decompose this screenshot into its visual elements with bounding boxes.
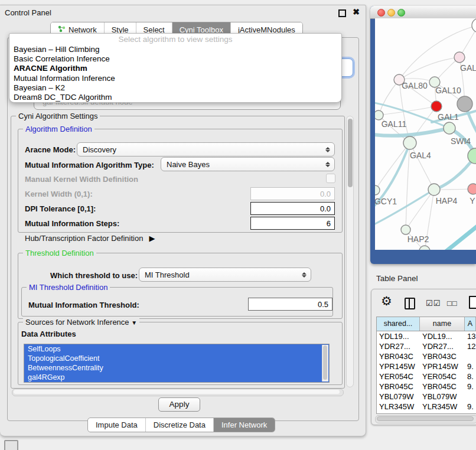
columns-icon[interactable]: [405, 298, 415, 309]
attribute-item[interactable]: BetweennessCentrality: [24, 363, 329, 373]
table-cell: YPR145W: [420, 361, 465, 371]
kernel-width-field[interactable]: 0.0: [250, 187, 335, 200]
hub-definition-toggle[interactable]: Hub/Transcription Factor Definition ▶: [25, 234, 155, 243]
column-header[interactable]: A: [465, 317, 476, 331]
table-row[interactable]: YBR045CYBR045C9.: [377, 381, 476, 392]
attributes-scrollbar[interactable]: [322, 345, 328, 381]
unchecked-boxes-icon[interactable]: □□: [447, 299, 458, 308]
network-node-gal4[interactable]: [403, 136, 416, 149]
table-cell: 9.: [465, 361, 476, 371]
zoom-traffic-light[interactable]: [397, 9, 405, 17]
network-node-gal11[interactable]: [375, 110, 383, 120]
algorithm-option[interactable]: Bayesian – K2: [9, 83, 341, 93]
settings-vertical-scrollbar[interactable]: [346, 116, 354, 387]
cyni-bottom-tabbar: Impute DataDiscretize DataInfer Network: [87, 418, 275, 432]
network-window-titlebar: [370, 6, 476, 19]
attributes-scrollbar-thumb[interactable]: [323, 345, 327, 380]
network-node-gal[interactable]: [454, 52, 465, 63]
network-node[interactable]: [468, 148, 476, 164]
algorithm-option[interactable]: ARACNE Algorithm: [9, 64, 341, 73]
network-node-hap2[interactable]: [401, 225, 410, 234]
data-attributes-label: Data Attributes: [21, 330, 76, 338]
algorithm-option[interactable]: Dream8 DC_TDC Algorithm: [9, 93, 341, 102]
threshold-definition-title: Threshold Definition: [23, 249, 96, 257]
table-row[interactable]: YDR27...YDR27...12: [377, 341, 476, 351]
network-node-swi4[interactable]: [444, 122, 455, 134]
network-canvas[interactable]: GALGAL80GAL10GAL1GAL11SWI4GAL4GCY1HAP4YH…: [375, 18, 476, 250]
algorithm-dropdown-popup: Select algorithm to view settings Bayesi…: [9, 33, 342, 103]
screen: Control Panel ✖ NetworkStyleSelectCyni T…: [0, 0, 476, 450]
apply-button[interactable]: Apply: [158, 397, 200, 412]
attribute-item[interactable]: TopologicalCoefficient: [24, 354, 329, 363]
network-node[interactable]: [419, 246, 430, 250]
minimize-traffic-light[interactable]: [387, 9, 395, 17]
attribute-item[interactable]: gal4RGexp: [24, 373, 329, 382]
mi-steps-label: Mutual Information Steps:: [25, 219, 119, 228]
settings-horizontal-scrollbar-thumb[interactable]: [14, 390, 340, 394]
algorithm-option[interactable]: Bayesian – Hill Climbing: [9, 45, 341, 54]
mi-threshold-field[interactable]: 0.5: [248, 298, 332, 311]
manual-kernel-checkbox[interactable]: [326, 174, 335, 183]
node-table: shared...nameA YDL19...YDL19...13YDR27..…: [376, 317, 476, 414]
bottom-tab-impute-data[interactable]: Impute Data: [88, 418, 145, 432]
node-label: GAL80: [402, 81, 428, 90]
column-header[interactable]: name: [420, 317, 465, 331]
table-row[interactable]: YLR345WYLR345W9.: [377, 402, 476, 412]
table-cell: YBL079W: [377, 392, 420, 402]
bottom-tab-infer-network[interactable]: Infer Network: [213, 418, 275, 432]
table-row[interactable]: YPR145WYPR145W9.: [377, 361, 476, 371]
table-cell: YDL19...: [377, 331, 420, 341]
network-node-gal1[interactable]: [431, 101, 442, 112]
algorithm-option[interactable]: Basic Correlation Inference: [9, 54, 341, 64]
table-cell: 8.: [465, 371, 476, 381]
table-cell: YLR345W: [420, 402, 465, 412]
collapsed-panel-icon[interactable]: [4, 440, 18, 450]
close-traffic-light[interactable]: [377, 9, 385, 17]
table-row[interactable]: YBL079WYBL079W: [377, 392, 476, 402]
attribute-item[interactable]: SelfLoops: [24, 344, 329, 354]
gear-icon[interactable]: ⚙: [381, 294, 392, 308]
close-icon[interactable]: ✖: [353, 7, 360, 17]
algorithm-option[interactable]: Mutual Information Inference: [9, 74, 341, 83]
table-panel-title: Table Panel: [376, 274, 418, 283]
checked-boxes-icon[interactable]: ☑☑: [426, 299, 441, 308]
network-node[interactable]: [457, 96, 472, 112]
table-horizontal-scrollbar-thumb[interactable]: [377, 416, 474, 421]
node-label: GAL1: [438, 112, 459, 122]
hub-definition-label: Hub/Transcription Factor Definition: [25, 234, 143, 243]
mi-type-combo[interactable]: Naive Bayes: [161, 157, 335, 171]
algorithm-dropdown-list: Bayesian – Hill ClimbingBasic Correlatio…: [9, 45, 341, 102]
table-horizontal-scrollbar[interactable]: [375, 415, 476, 423]
table-row[interactable]: YIL053CYIL053C9: [377, 412, 476, 414]
dpi-tolerance-field[interactable]: 0.0: [250, 202, 335, 215]
which-threshold-combo[interactable]: MI Threshold: [139, 268, 311, 282]
aracne-mode-combo[interactable]: Discovery: [77, 142, 335, 156]
stepper-arrows-icon: [325, 162, 330, 167]
table-row[interactable]: YDL19...YDL19...13: [377, 331, 476, 341]
mi-steps-field[interactable]: 6: [250, 217, 335, 230]
settings-vertical-scrollbar-thumb[interactable]: [348, 119, 353, 187]
network-node[interactable]: [472, 18, 476, 32]
table-cell: YIL053C: [420, 412, 465, 414]
table-row[interactable]: YBR043CYBR043C: [377, 351, 476, 361]
cyni-algorithm-settings-title: Cyni Algorithm Settings: [16, 112, 100, 120]
network-edge: [406, 190, 434, 230]
bottom-tab-discretize-data[interactable]: Discretize Data: [145, 418, 213, 432]
mi-type-value: Naive Bayes: [167, 160, 210, 169]
table-cell: YIL053C: [377, 412, 420, 414]
sources-toggle[interactable]: Sources for Network Inference ▼: [23, 318, 139, 327]
which-threshold-label: Which threshold to use:: [50, 271, 138, 280]
network-edge: [379, 80, 399, 115]
float-panel-icon[interactable]: [338, 9, 346, 17]
manual-kernel-label: Manual Kernel Width Definition: [25, 175, 138, 184]
stepper-arrows-icon: [325, 147, 330, 152]
column-header[interactable]: shared...: [377, 317, 420, 331]
table-cell: [465, 351, 476, 361]
settings-horizontal-scrollbar[interactable]: [12, 389, 344, 396]
dpi-tolerance-label: DPI Tolerance [0,1]:: [25, 204, 96, 213]
network-node-gcy1[interactable]: [375, 185, 380, 195]
file-icon[interactable]: [469, 296, 476, 309]
table-row[interactable]: YER054CYER054C8.: [377, 371, 476, 381]
network-node-hap4[interactable]: [428, 184, 440, 195]
network-node-y[interactable]: [468, 184, 476, 194]
